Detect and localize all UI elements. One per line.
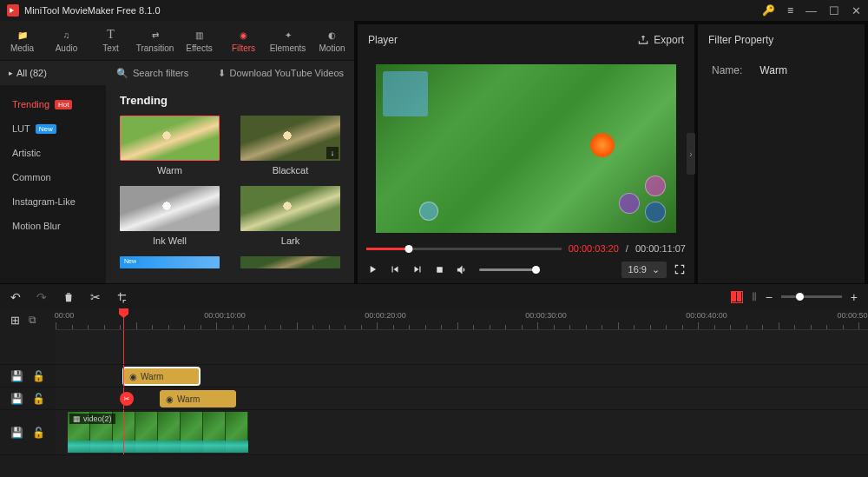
search-icon: 🔍 bbox=[116, 68, 128, 79]
app-logo bbox=[7, 4, 19, 17]
disk-icon[interactable]: 💾 bbox=[10, 427, 23, 439]
chevron-down-icon: ⌄ bbox=[652, 264, 660, 275]
filter-dot-icon: ◉ bbox=[129, 372, 137, 381]
timeline-toolbar: ↶ ↷ ✂ ⦀ − + bbox=[0, 283, 868, 309]
player-title: Player bbox=[368, 34, 398, 46]
timeline: ⊞ ⧉ 00:00 00:00:10:00 00:00:20:00 00:00:… bbox=[0, 309, 868, 477]
download-icon: ⬇ bbox=[218, 68, 226, 79]
crop-button[interactable] bbox=[116, 291, 128, 303]
disk-icon[interactable]: 💾 bbox=[10, 393, 23, 405]
svg-rect-0 bbox=[437, 267, 443, 273]
zoom-out-button[interactable]: − bbox=[766, 290, 773, 304]
property-panel-title: Filter Property bbox=[698, 24, 865, 56]
timeline-ruler[interactable]: 00:00 00:00:10:00 00:00:20:00 00:00:30:0… bbox=[56, 309, 868, 330]
library-panel: 📁Media ♫Audio TText ⇄Transition ▥Effects… bbox=[0, 21, 354, 283]
clip-video[interactable]: ▦video(2) bbox=[68, 412, 248, 453]
maximize-button[interactable]: ☐ bbox=[829, 4, 839, 17]
next-frame-button[interactable] bbox=[411, 263, 424, 275]
filter-item-extra1[interactable]: New bbox=[120, 256, 220, 268]
player-time-total: 00:00:11:07 bbox=[635, 243, 686, 254]
download-badge-icon[interactable]: ↓ bbox=[326, 147, 339, 159]
fullscreen-button[interactable] bbox=[674, 263, 686, 275]
filter-all-header[interactable]: ▸All (82) bbox=[0, 61, 106, 85]
redo-button[interactable]: ↷ bbox=[36, 290, 47, 304]
filter-category-sidebar: ▸All (82) TrendingHot LUTNew Artistic Co… bbox=[0, 61, 106, 283]
video-icon: ▦ bbox=[73, 414, 81, 423]
lock-icon[interactable]: 🔓 bbox=[32, 370, 45, 382]
tab-effects[interactable]: ▥Effects bbox=[177, 21, 221, 60]
tab-motion[interactable]: ◐Motion bbox=[310, 21, 354, 60]
filter-item-lark[interactable]: Lark bbox=[240, 186, 340, 246]
prev-frame-button[interactable] bbox=[389, 263, 401, 275]
play-button[interactable] bbox=[366, 263, 378, 275]
split-handle[interactable]: ✂ bbox=[120, 392, 134, 406]
disk-icon[interactable]: 💾 bbox=[10, 370, 23, 382]
tab-elements[interactable]: ✦Elements bbox=[266, 21, 310, 60]
timeline-view-mode-a[interactable] bbox=[731, 291, 743, 303]
app-title: MiniTool MovieMaker Free 8.1.0 bbox=[24, 5, 161, 16]
export-button[interactable]: Export bbox=[637, 34, 684, 46]
aspect-ratio-select[interactable]: 16:9⌄ bbox=[621, 262, 667, 278]
add-track-button[interactable]: ⊞ bbox=[10, 314, 20, 327]
property-name-value: Warm bbox=[760, 64, 787, 76]
filter-item-inkwell[interactable]: Ink Well bbox=[120, 186, 220, 246]
player-video-preview[interactable] bbox=[376, 64, 676, 233]
lock-icon[interactable]: 🔓 bbox=[32, 427, 45, 439]
filter-dot-icon: ◉ bbox=[166, 394, 174, 404]
filter-item-warm[interactable]: Warm bbox=[120, 116, 220, 176]
timeline-view-mode-b[interactable]: ⦀ bbox=[752, 289, 757, 304]
tab-filters[interactable]: ◉Filters bbox=[221, 21, 266, 60]
minimize-button[interactable]: — bbox=[806, 4, 817, 17]
tab-text[interactable]: TText bbox=[89, 21, 133, 60]
clip-filter-warm-1[interactable]: ◉Warm bbox=[123, 368, 200, 385]
titlebar: MiniTool MovieMaker Free 8.1.0 🔑 ≡ — ☐ ✕ bbox=[0, 0, 868, 21]
volume-slider[interactable] bbox=[479, 268, 540, 271]
filter-cat-trending[interactable]: TrendingHot bbox=[0, 92, 106, 116]
tab-media[interactable]: 📁Media bbox=[0, 21, 44, 60]
filter-cat-common[interactable]: Common bbox=[0, 165, 106, 189]
filter-cat-motionblur[interactable]: Motion Blur bbox=[0, 214, 106, 238]
close-button[interactable]: ✕ bbox=[852, 4, 861, 17]
upgrade-key-icon[interactable]: 🔑 bbox=[762, 4, 775, 17]
duplicate-track-button[interactable]: ⧉ bbox=[29, 314, 36, 326]
split-button[interactable]: ✂ bbox=[90, 290, 101, 304]
tab-audio[interactable]: ♫Audio bbox=[44, 21, 89, 60]
download-youtube-link[interactable]: ⬇Download YouTube Videos bbox=[218, 68, 345, 79]
export-icon bbox=[637, 34, 649, 46]
filter-cat-lut[interactable]: LUTNew bbox=[0, 116, 106, 141]
filter-property-panel: Filter Property Name: Warm bbox=[698, 24, 865, 283]
expand-panel-handle[interactable]: › bbox=[687, 133, 695, 175]
filter-grid-heading: Trending bbox=[120, 94, 340, 107]
delete-button[interactable] bbox=[62, 291, 75, 303]
lock-icon[interactable]: 🔓 bbox=[32, 393, 45, 405]
undo-button[interactable]: ↶ bbox=[10, 290, 21, 304]
search-filters-input[interactable]: 🔍Search filters bbox=[116, 68, 188, 79]
filter-item-blackcat[interactable]: ↓ Blackcat bbox=[240, 116, 340, 176]
tab-transition[interactable]: ⇄Transition bbox=[133, 21, 177, 60]
player-progress-bar[interactable] bbox=[366, 248, 562, 250]
menu-icon[interactable]: ≡ bbox=[787, 4, 793, 17]
filter-cat-artistic[interactable]: Artistic bbox=[0, 141, 106, 165]
zoom-in-button[interactable]: + bbox=[851, 290, 858, 304]
property-name-label: Name: bbox=[712, 64, 742, 76]
volume-button[interactable] bbox=[456, 263, 469, 276]
filter-item-extra2[interactable] bbox=[240, 256, 340, 268]
filter-cat-instagram[interactable]: Instagram-Like bbox=[0, 189, 106, 214]
player-time-current: 00:00:03:20 bbox=[569, 243, 619, 254]
stop-button[interactable] bbox=[434, 264, 445, 275]
clip-filter-warm-2[interactable]: ◉Warm bbox=[160, 390, 236, 407]
library-tabs: 📁Media ♫Audio TText ⇄Transition ▥Effects… bbox=[0, 21, 354, 61]
zoom-slider[interactable] bbox=[781, 295, 842, 298]
player-panel: Player Export 00:00:03:20 / 00:00:11:07 bbox=[358, 24, 694, 283]
